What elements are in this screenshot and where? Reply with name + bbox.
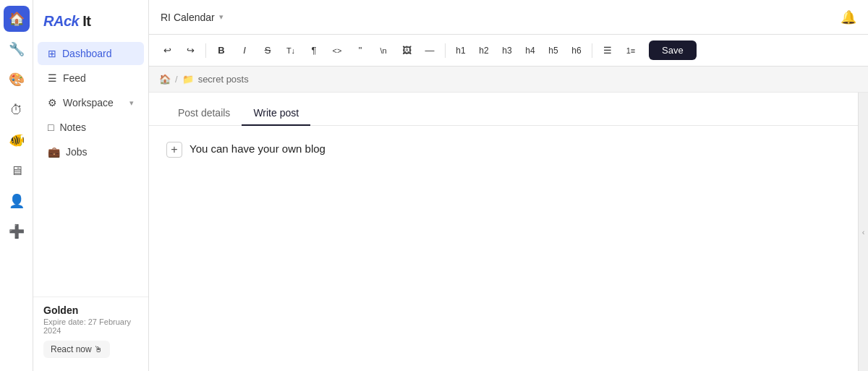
h1-button[interactable]: h1 [450,40,472,61]
toolbar-divider [205,43,206,58]
newline-button[interactable]: \n [373,40,394,61]
user-name: Golden [43,304,138,316]
tab-bar: Post details Write post [149,93,858,126]
subscript-button[interactable]: T↓ [280,40,302,61]
ordered-list-button[interactable]: 1≡ [620,40,642,61]
icon-bar-tool[interactable]: 🔧 [4,36,30,62]
breadcrumb: 🏠 / 📁 secret posts [149,67,868,93]
icon-bar-plus[interactable]: ➕ [4,218,30,244]
toolbar-divider-3 [592,43,592,58]
dashboard-icon: ⊞ [48,48,56,59]
image-button[interactable]: 🖼 [396,40,417,61]
breadcrumb-path: secret posts [198,74,249,85]
top-header: RI Calendar ▾ 🔔 [149,0,868,35]
breadcrumb-separator: / [175,74,178,85]
strikethrough-button[interactable]: S [257,40,278,61]
sidebar-item-label: Feed [63,72,86,84]
icon-bar-home[interactable]: 🏠 [4,6,30,32]
editor-content: + You can have your own blog [149,126,858,172]
toolbar-divider-2 [445,43,446,58]
app-logo: RAck It [33,6,148,41]
sidebar-footer: Golden Expire date: 27 February 2024 Rea… [33,297,148,365]
workspace-icon: ⚙ [48,97,57,108]
icon-bar-paint[interactable]: 🎨 [4,67,30,93]
tab-write-post[interactable]: Write post [242,101,310,126]
chevron-left-icon: ‹ [862,228,865,236]
hr-button[interactable]: — [419,40,441,61]
icon-bar-monitor[interactable]: 🖥 [4,158,30,184]
calendar-label: RI Calendar [161,12,215,23]
react-now-button[interactable]: React now 🖱 [43,341,110,358]
sidebar-item-label: Notes [59,121,86,133]
logo-colored: RAck [43,13,79,29]
editor-wrapper: Post details Write post + You can have y… [149,93,868,371]
sidebar-item-feed[interactable]: ☰ Feed [38,67,144,90]
italic-button[interactable]: I [234,40,255,61]
main-content: RI Calendar ▾ 🔔 ↩ ↪ B I S T↓ ¶ <> " \n 🖼… [149,0,868,371]
unordered-list-button[interactable]: ☰ [597,40,618,61]
code-button[interactable]: <> [326,40,348,61]
h5-button[interactable]: h5 [542,40,564,61]
h3-button[interactable]: h3 [496,40,518,61]
notes-icon: □ [48,121,54,133]
calendar-selector[interactable]: RI Calendar ▾ [161,12,224,23]
logo-plain: It [79,13,90,29]
bell-icon[interactable]: 🔔 [841,9,856,25]
h2-button[interactable]: h2 [473,40,495,61]
redo-button[interactable]: ↪ [179,40,201,61]
icon-bar: 🏠 🔧 🎨 ⏱ 🐠 🖥 👤 ➕ [0,0,33,371]
right-panel-toggle[interactable]: ‹ [858,93,868,371]
home-icon[interactable]: 🏠 [159,74,171,85]
expire-date: Expire date: 27 February 2024 [43,317,138,335]
sidebar-item-notes[interactable]: □ Notes [38,116,144,139]
editor-text[interactable]: You can have your own blog [190,140,326,158]
add-block-button[interactable]: + [166,142,182,158]
chevron-down-icon: ▾ [129,98,134,108]
editor-area: Post details Write post + You can have y… [149,93,858,371]
calendar-chevron-icon: ▾ [219,12,224,22]
jobs-icon: 💼 [48,146,60,158]
h6-button[interactable]: h6 [566,40,587,61]
undo-button[interactable]: ↩ [156,40,178,61]
bold-button[interactable]: B [210,40,232,61]
icon-bar-clock[interactable]: ⏱ [4,97,30,123]
sidebar-item-jobs[interactable]: 💼 Jobs [38,140,144,163]
save-button[interactable]: Save [649,40,697,60]
tab-post-details[interactable]: Post details [166,101,242,126]
feed-icon: ☰ [48,72,57,84]
folder-icon: 📁 [182,74,194,85]
sidebar-item-label: Dashboard [62,48,112,59]
sidebar-item-label: Jobs [66,146,88,158]
icon-bar-fish[interactable]: 🐠 [4,127,30,153]
toolbar: ↩ ↪ B I S T↓ ¶ <> " \n 🖼 — h1 h2 h3 h4 h… [149,35,868,67]
sidebar-item-dashboard[interactable]: ⊞ Dashboard [38,42,144,65]
sidebar-item-label: Workspace [63,97,114,108]
quote-button[interactable]: " [349,40,371,61]
icon-bar-person[interactable]: 👤 [4,188,30,214]
sidebar-item-workspace[interactable]: ⚙ Workspace ▾ [38,91,144,114]
sidebar: RAck It ⊞ Dashboard ☰ Feed ⚙ Workspace ▾… [33,0,149,371]
h4-button[interactable]: h4 [519,40,541,61]
paragraph-button[interactable]: ¶ [303,40,325,61]
